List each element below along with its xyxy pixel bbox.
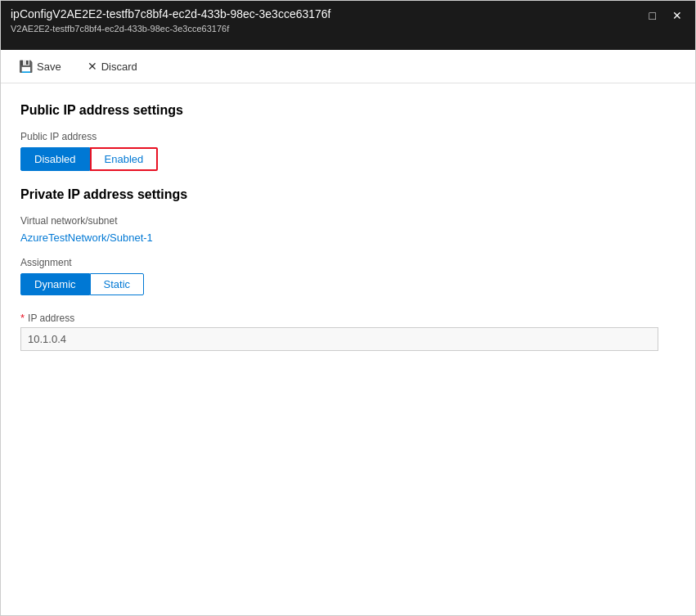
- save-label: Save: [37, 61, 61, 73]
- title-bar-controls: □ ✕: [646, 7, 685, 24]
- save-icon: 💾: [19, 60, 33, 73]
- required-star: *: [20, 312, 25, 324]
- private-ip-title: Private IP address settings: [20, 187, 676, 202]
- network-label: Virtual network/subnet: [20, 215, 676, 227]
- toolbar: 💾 Save ✕ Discard: [1, 50, 695, 83]
- ip-label-row: * IP address: [20, 312, 676, 324]
- minimize-button[interactable]: □: [646, 7, 659, 24]
- disabled-button[interactable]: Disabled: [20, 147, 90, 171]
- assignment-toggle-group: Dynamic Static: [20, 273, 676, 295]
- public-ip-title: Public IP address settings: [20, 103, 676, 118]
- dynamic-button[interactable]: Dynamic: [20, 273, 90, 295]
- discard-button[interactable]: ✕ Discard: [83, 56, 142, 76]
- public-ip-toggle-group: Disabled Enabled: [20, 147, 676, 171]
- private-ip-section: Private IP address settings Virtual netw…: [20, 187, 676, 351]
- network-link[interactable]: AzureTestNetwork/Subnet-1: [20, 232, 153, 244]
- ip-address-input[interactable]: [20, 327, 658, 351]
- title-bar-left: ipConfigV2AE2E2-testfb7c8bf4-ec2d-433b-9…: [11, 7, 331, 34]
- save-button[interactable]: 💾 Save: [14, 56, 66, 76]
- close-button[interactable]: ✕: [669, 7, 685, 24]
- content-area: Public IP address settings Public IP add…: [1, 83, 695, 615]
- ip-address-label: IP address: [28, 312, 74, 324]
- main-window: ipConfigV2AE2E2-testfb7c8bf4-ec2d-433b-9…: [0, 0, 696, 616]
- enabled-button[interactable]: Enabled: [90, 147, 159, 171]
- title-bar: ipConfigV2AE2E2-testfb7c8bf4-ec2d-433b-9…: [1, 1, 695, 50]
- window-title: ipConfigV2AE2E2-testfb7c8bf4-ec2d-433b-9…: [11, 7, 331, 20]
- discard-icon: ✕: [88, 60, 97, 73]
- window-subtitle: V2AE2E2-testfb7c8bf4-ec2d-433b-98ec-3e3c…: [11, 24, 331, 34]
- discard-label: Discard: [101, 61, 137, 73]
- assignment-label: Assignment: [20, 257, 676, 268]
- public-ip-field-label: Public IP address: [20, 131, 676, 142]
- static-button[interactable]: Static: [90, 273, 145, 295]
- public-ip-section: Public IP address settings Public IP add…: [20, 103, 676, 171]
